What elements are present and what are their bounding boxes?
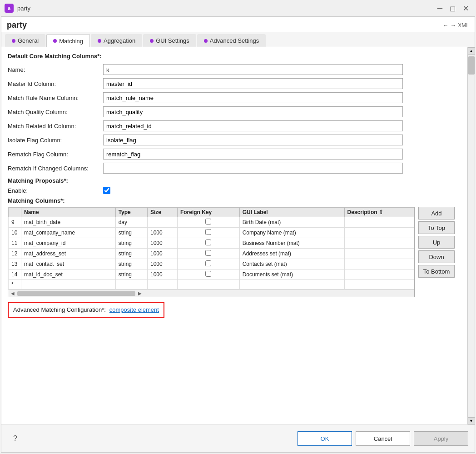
maximize-button[interactable]: ◻ [447, 3, 458, 14]
scroll-thumb [17, 291, 135, 296]
empty-row-star: * [9, 280, 21, 289]
tab-dot-aggregation [98, 39, 101, 43]
table-row[interactable]: 14 mat_id_doc_set string 1000 Documents … [9, 269, 414, 280]
cell-foreign-key[interactable] [177, 269, 239, 280]
tab-aggregation-label: Aggregation [104, 37, 135, 44]
advanced-config-link[interactable]: composite element [109, 306, 159, 313]
th-type: Type [115, 208, 147, 217]
back-button[interactable]: ← [442, 22, 448, 29]
input-rematch-flag[interactable] [103, 149, 403, 160]
scroll-left-button[interactable]: ◀ [9, 291, 16, 296]
input-match-related-id[interactable] [103, 120, 403, 131]
input-name[interactable] [103, 64, 403, 75]
add-button[interactable]: Add [418, 207, 455, 220]
form-row-isolate-flag: Isolate Flag Column: [8, 135, 455, 145]
table-wrapper[interactable]: Name Type Size Foreign Key GUI Label Des… [8, 207, 414, 289]
table-row[interactable]: 13 mat_contact_set string 1000 Contacts … [9, 259, 414, 269]
main-scroll-area[interactable]: Default Core Matching Columns*: Name: Ma… [1, 47, 467, 424]
foreign-key-checkbox[interactable] [205, 229, 211, 235]
cell-foreign-key[interactable] [177, 217, 239, 228]
tab-dot-advancedsettings [204, 39, 208, 43]
foreign-key-checkbox[interactable] [205, 260, 211, 266]
input-match-quality[interactable] [103, 106, 403, 117]
tab-general[interactable]: General [5, 34, 45, 47]
enable-checkbox[interactable] [103, 187, 110, 194]
up-button[interactable]: Up [418, 236, 455, 249]
forward-button[interactable]: → [450, 22, 456, 29]
cell-foreign-key[interactable] [177, 238, 239, 249]
cell-row-num: 9 [9, 217, 21, 228]
input-master-id[interactable] [103, 78, 403, 89]
cell-size: 1000 [147, 249, 177, 259]
window-header-actions: ← → XML [442, 22, 469, 29]
help-icon[interactable]: ? [13, 434, 17, 443]
foreign-key-checkbox[interactable] [205, 250, 211, 256]
to-top-button[interactable]: To Top [418, 221, 455, 234]
down-button[interactable]: Down [418, 250, 455, 263]
cell-row-num: 13 [9, 259, 21, 269]
close-button[interactable]: ✕ [460, 3, 471, 14]
table-row[interactable]: 9 mat_birth_date day Birth Date (mat) [9, 217, 414, 228]
window-title: party [7, 20, 27, 30]
advanced-config-row: Advanced Matching Configuration*: compos… [8, 302, 164, 318]
scroll-down-button[interactable]: ▼ [468, 417, 475, 424]
cell-size: 1000 [147, 238, 177, 249]
tab-matching[interactable]: Matching [46, 34, 90, 47]
foreign-key-checkbox[interactable] [205, 271, 211, 277]
ok-button[interactable]: OK [298, 431, 352, 446]
cell-description [344, 249, 414, 259]
cell-description [344, 269, 414, 280]
scroll-right-button[interactable]: ▶ [136, 291, 144, 296]
cell-size: 1000 [147, 228, 177, 238]
label-master-id: Master Id Column: [8, 80, 103, 87]
xml-label: XML [458, 22, 469, 29]
table-row[interactable]: 11 mat_company_id string 1000 Business N… [9, 238, 414, 249]
tab-guisettings[interactable]: GUI Settings [143, 34, 196, 47]
window-header: party ← → XML [1, 17, 475, 32]
form-row-rematch-flag: Rematch Flag Column: [8, 149, 455, 160]
enable-checkbox-cell [103, 187, 110, 194]
right-scrollbar: ▲ ▼ [467, 47, 475, 424]
cancel-button[interactable]: Cancel [356, 431, 410, 446]
input-rematch-if-changed[interactable] [103, 163, 403, 174]
title-bar-title: party [17, 5, 30, 12]
cell-type: string [115, 238, 147, 249]
apply-button[interactable]: Apply [414, 431, 468, 446]
input-isolate-flag[interactable] [103, 135, 403, 145]
empty-row-size [147, 280, 177, 289]
foreign-key-checkbox[interactable] [205, 219, 211, 225]
table-row[interactable]: 10 mat_company_name string 1000 Company … [9, 228, 414, 238]
matching-columns-table: Name Type Size Foreign Key GUI Label Des… [8, 207, 414, 289]
tab-advancedsettings[interactable]: Advanced Settings [197, 34, 266, 47]
th-row-num [9, 208, 21, 217]
table-section: Name Type Size Foreign Key GUI Label Des… [8, 207, 415, 297]
label-isolate-flag: Isolate Flag Column: [8, 137, 103, 144]
title-bar-left: a party [5, 4, 30, 13]
cell-foreign-key[interactable] [177, 249, 239, 259]
cell-name: mat_company_name [21, 228, 116, 238]
minimize-button[interactable]: ─ [435, 3, 445, 14]
table-row[interactable]: 12 mat_address_set string 1000 Addresses… [9, 249, 414, 259]
cell-foreign-key[interactable] [177, 259, 239, 269]
cell-size [147, 217, 177, 228]
cell-name: mat_id_doc_set [21, 269, 116, 280]
tab-aggregation[interactable]: Aggregation [91, 34, 142, 47]
th-gui-label: GUI Label [239, 208, 344, 217]
cell-type: string [115, 269, 147, 280]
form-row-rematch-if-changed: Rematch If Changed Columns: [8, 163, 455, 174]
input-match-rule-name[interactable] [103, 92, 403, 103]
horizontal-scrollbar[interactable]: ◀ ▶ [8, 289, 414, 297]
tab-dot-matching [53, 39, 57, 43]
cell-description [344, 217, 414, 228]
scroll-up-button[interactable]: ▲ [468, 47, 475, 55]
cell-row-num: 10 [9, 228, 21, 238]
cell-foreign-key[interactable] [177, 228, 239, 238]
cell-gui-label: Addresses set (mat) [239, 249, 344, 259]
tab-advancedsettings-label: Advanced Settings [210, 37, 259, 44]
cell-name: mat_contact_set [21, 259, 116, 269]
empty-row-type [115, 280, 147, 289]
foreign-key-checkbox[interactable] [205, 239, 211, 245]
form-row-match-related-id: Match Related Id Column: [8, 120, 455, 131]
to-bottom-button[interactable]: To Bottom [418, 265, 455, 278]
tab-matching-label: Matching [59, 38, 83, 45]
